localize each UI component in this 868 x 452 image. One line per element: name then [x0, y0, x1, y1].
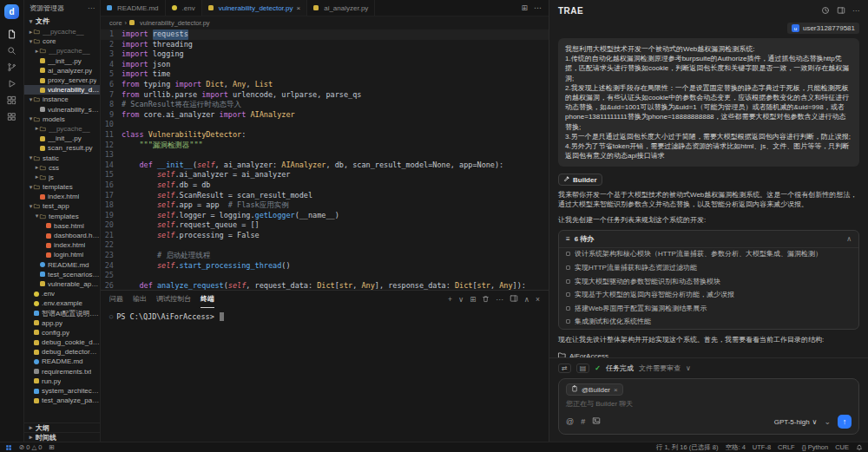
mcp-grid-icon[interactable] — [2, 108, 23, 125]
tree-item[interactable]: index.html — [24, 192, 100, 201]
tree-item[interactable]: proxy_server.py — [24, 75, 100, 85]
tree-item[interactable]: vulnerability_detect... — [24, 85, 100, 95]
tree-item[interactable]: __init__.py — [24, 56, 100, 66]
new-terminal-icon[interactable]: + — [448, 295, 452, 304]
tree-item[interactable]: index.html — [24, 240, 100, 250]
new-window-icon[interactable] — [837, 6, 845, 15]
problems-indicator[interactable]: ⊘ 0 △ 0 — [19, 443, 42, 451]
tree-item[interactable]: vulnerable_app.py — [24, 279, 100, 289]
tree-item[interactable]: base.html — [24, 221, 100, 231]
chat-input[interactable]: 您正在与 Builder 聊天 — [566, 399, 852, 411]
send-button[interactable]: ↑ — [838, 415, 852, 429]
review-files-link[interactable]: 文件需要审查 — [639, 364, 681, 373]
context-chip[interactable]: @Builder × — [566, 383, 623, 396]
panel-tab-终端[interactable]: 终端 — [201, 291, 214, 308]
status-item[interactable]: 行 1, 列 16 (已选择 8) — [656, 443, 719, 452]
split-terminal-icon[interactable]: ⊞ — [470, 295, 476, 304]
status-item[interactable]: 空格: 4 — [726, 443, 746, 452]
panel-tab-输出[interactable]: 输出 — [133, 291, 147, 308]
model-selector[interactable]: GPT-5-high ∨ — [774, 418, 818, 426]
editor-tab[interactable]: ai_analyzer.py — [307, 0, 375, 16]
tree-item[interactable]: .env — [24, 289, 100, 298]
tree-item[interactable]: app.py — [24, 318, 100, 328]
terminal[interactable]: ○ PS C:\QJD\AiForAccess> — [101, 308, 549, 442]
tree-item[interactable]: ▸__pycache__ — [24, 124, 100, 134]
shuffle-icon[interactable]: ⇄ — [558, 364, 571, 373]
tree-item[interactable]: dashboard.html — [24, 231, 100, 240]
workspace-folder-ref[interactable]: AiForAccess — [558, 350, 859, 357]
tree-item[interactable]: ▾core — [24, 36, 100, 46]
tree-item[interactable]: ▾test_app — [24, 201, 100, 211]
status-item[interactable]: UTF-8 — [753, 443, 771, 451]
tree-item[interactable]: ▸__pycache__ — [24, 46, 100, 56]
tree-item[interactable]: debug_cookie_detecti... — [24, 337, 100, 347]
task-list-icon[interactable]: ▤ — [576, 364, 590, 373]
close-icon[interactable]: × — [614, 386, 618, 394]
trae-logo[interactable]: d — [4, 4, 19, 19]
tree-item[interactable]: 智谱AI配置说明.md — [24, 308, 100, 318]
editor-tab[interactable]: README.md — [101, 0, 166, 16]
todo-item[interactable]: 实现基于大模型的返回内容智能分析功能，减少误报 — [559, 289, 858, 303]
tree-item[interactable]: ▸css — [24, 163, 100, 173]
more-actions-icon[interactable]: ⋯ — [534, 3, 542, 12]
breadcrumb[interactable]: core›vulnerability_detector.py — [101, 16, 549, 29]
status-item[interactable]: {} Python — [802, 443, 828, 451]
collapse-icon[interactable]: ∧ — [846, 235, 852, 243]
tree-item[interactable]: ▾models — [24, 115, 100, 124]
terminal-profile-icon[interactable]: ∨ — [458, 295, 464, 304]
builder-agent-chip[interactable]: Builder — [558, 174, 602, 186]
tree-item[interactable]: system_architecture_d... — [24, 386, 100, 396]
tree-item[interactable]: README.md — [24, 260, 100, 270]
ports-icon[interactable]: ⊞ — [49, 443, 54, 451]
more-icon[interactable]: ⋯ — [496, 295, 503, 304]
sidebar-section-大纲[interactable]: ▸大纲 — [24, 423, 100, 432]
tree-item[interactable]: ▾templates — [24, 182, 100, 192]
tree-item[interactable]: test_analyze_paramet... — [24, 396, 100, 405]
tree-item[interactable]: ▸js — [24, 173, 100, 182]
tree-item[interactable]: .env.example — [24, 298, 100, 308]
panel-tab-问题[interactable]: 问题 — [109, 291, 123, 308]
maximize-panel-icon[interactable]: ∧ — [524, 295, 529, 304]
search-icon[interactable] — [2, 43, 23, 59]
todo-list-header[interactable]: ≡ 6 待办 ∧ — [559, 231, 858, 248]
tree-item[interactable]: ▾instance — [24, 95, 100, 104]
tree-item[interactable]: requirements.txt — [24, 367, 100, 377]
todo-item[interactable]: 实现大模型驱动的参数智能识别和动态替换模块 — [559, 275, 858, 289]
tree-item[interactable]: ▸__pycache__ — [24, 27, 100, 36]
notifications-bell-icon[interactable] — [856, 444, 863, 451]
sidebar-section-时间线[interactable]: ▸时间线 — [24, 432, 100, 442]
files-icon[interactable] — [2, 26, 23, 43]
sidebar-more-icon[interactable]: ⋯ — [88, 4, 95, 12]
split-editor-icon[interactable]: ⊞ — [521, 3, 528, 12]
panel-tab-调试控制台[interactable]: 调试控制台 — [156, 291, 191, 308]
tree-item[interactable]: ▾templates — [24, 212, 100, 221]
hash-icon[interactable]: # — [581, 417, 585, 426]
breadcrumb-item[interactable]: vulnerability_detector.py — [140, 19, 209, 27]
status-item[interactable]: CRLF — [778, 443, 795, 451]
status-item[interactable]: CUE — [835, 443, 849, 451]
app-status-icon[interactable] — [5, 444, 12, 451]
editor-tab[interactable]: .env — [166, 0, 202, 16]
tree-item[interactable]: ai_analyzer.py — [24, 66, 100, 75]
tree-item[interactable]: login.html — [24, 250, 100, 259]
breadcrumb-item[interactable]: core — [109, 19, 122, 27]
mention-icon[interactable]: @ — [566, 417, 574, 426]
panel-layout-icon[interactable] — [510, 294, 518, 305]
history-icon[interactable] — [821, 6, 830, 15]
todo-item[interactable]: 集成测试和优化系统性能 — [559, 316, 858, 330]
tree-item[interactable]: debug_detector_queu... — [24, 347, 100, 357]
tree-item[interactable]: vulnerability_scann... — [24, 105, 100, 115]
tree-item[interactable]: scan_result.py — [24, 143, 100, 153]
tree-item[interactable]: ▾static — [24, 153, 100, 162]
source-control-icon[interactable] — [2, 59, 23, 75]
tree-item[interactable]: config.py — [24, 328, 100, 337]
code-editor[interactable]: 1import requests2import threading3import… — [101, 29, 549, 290]
todo-item[interactable]: 实现HTTP流量捕获和静态资源过滤功能 — [559, 261, 858, 275]
close-panel-icon[interactable]: × — [536, 295, 540, 304]
image-icon[interactable] — [592, 416, 601, 427]
more-icon[interactable]: ⋯ — [852, 7, 859, 15]
user-badge[interactable]: u user3128779581 — [787, 23, 859, 34]
files-section-header[interactable]: ▾ 文件 — [24, 16, 100, 27]
chat-input-card[interactable]: @Builder × 您正在与 Builder 聊天 @ # GPT-5-hig… — [558, 378, 859, 435]
tree-item[interactable]: test_scenarios.md — [24, 270, 100, 279]
